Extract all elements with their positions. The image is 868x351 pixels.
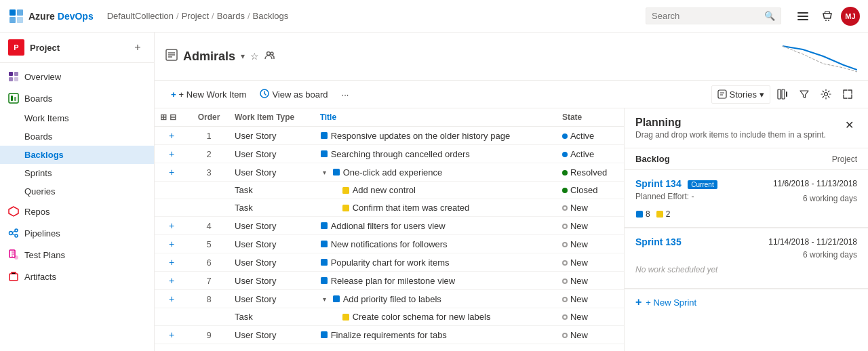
stories-label: Stories bbox=[730, 89, 757, 100]
boards-section-icon bbox=[8, 93, 19, 104]
sprint-135-meta: 6 working days bbox=[635, 250, 857, 260]
title-star-icon[interactable]: ☆ bbox=[250, 51, 259, 62]
add-child-button[interactable]: + bbox=[169, 148, 174, 159]
collapse-icon[interactable]: ▾ bbox=[320, 167, 330, 177]
sprint-134-name[interactable]: Sprint 134 bbox=[635, 178, 682, 189]
breadcrumb-project[interactable]: Project bbox=[182, 11, 209, 21]
svg-rect-40 bbox=[333, 169, 340, 176]
page-header: Admirals ▾ ☆ bbox=[155, 33, 868, 81]
more-icon: ··· bbox=[342, 89, 349, 100]
title-text[interactable]: Add new control bbox=[353, 185, 416, 195]
col-order: 8 bbox=[189, 290, 229, 308]
col-type: User Story bbox=[229, 127, 315, 145]
sidebar-section-boards[interactable]: Boards bbox=[0, 87, 154, 109]
sidebar-item-pipelines[interactable]: Pipelines bbox=[0, 222, 154, 244]
sprint-135-name[interactable]: Sprint 135 bbox=[635, 236, 682, 247]
add-child-button[interactable]: + bbox=[169, 329, 174, 340]
sprint-134-meta: Planned Effort: - 6 working days bbox=[635, 192, 857, 205]
more-options-button[interactable]: ··· bbox=[336, 86, 355, 103]
title-text[interactable]: One-click add experience bbox=[343, 167, 443, 178]
svg-rect-50 bbox=[636, 211, 643, 218]
svg-rect-1 bbox=[17, 9, 23, 16]
col-order: 5 bbox=[189, 235, 229, 253]
sprint-134-dates: 11/6/2018 - 11/13/2018 bbox=[773, 179, 857, 188]
state-dot bbox=[562, 170, 568, 176]
table-row: + 6 User Story Popularity chart for work… bbox=[155, 253, 624, 272]
col-state: New bbox=[557, 326, 624, 344]
sidebar: P Project + Overview Boards Work Items bbox=[0, 33, 155, 351]
state-dot bbox=[562, 333, 568, 338]
settings-button[interactable] bbox=[816, 85, 835, 104]
col-controls bbox=[155, 308, 189, 326]
artifacts-label: Artifacts bbox=[24, 272, 56, 282]
new-sprint-button[interactable]: + + New Sprint bbox=[625, 289, 868, 315]
collapse-icon[interactable]: ▾ bbox=[320, 294, 330, 304]
col-state: New bbox=[557, 217, 624, 235]
sprint-134-items: 8 2 bbox=[635, 209, 857, 219]
title-text[interactable]: Add priority filed to labels bbox=[343, 294, 441, 304]
view-options-button[interactable] bbox=[773, 85, 792, 104]
breadcrumb-boards[interactable]: Boards bbox=[217, 11, 245, 21]
pipelines-label: Pipelines bbox=[24, 228, 60, 239]
svg-point-8 bbox=[828, 20, 829, 21]
title-text[interactable]: Searching through cancelled orders bbox=[331, 149, 470, 159]
sidebar-item-boards[interactable]: Boards bbox=[0, 127, 154, 146]
col-title: Confirm that item was created bbox=[315, 199, 557, 217]
add-child-button[interactable]: + bbox=[169, 167, 174, 178]
sidebar-item-backlogs[interactable]: Backlogs bbox=[0, 146, 154, 164]
search-icon: 🔍 bbox=[764, 11, 775, 21]
title-text[interactable]: Addional filters for users view bbox=[331, 221, 446, 231]
sidebar-item-testplans[interactable]: Test Plans bbox=[0, 244, 154, 266]
project-add-button[interactable]: + bbox=[130, 39, 146, 56]
overview-icon bbox=[8, 71, 19, 82]
col-state: New bbox=[557, 272, 624, 290]
svg-rect-4 bbox=[797, 12, 808, 14]
col-controls bbox=[155, 182, 189, 199]
svg-rect-10 bbox=[14, 72, 18, 76]
nav-settings-icon[interactable] bbox=[792, 5, 814, 27]
search-input[interactable] bbox=[652, 11, 760, 21]
title-text[interactable]: New notifications for followers bbox=[331, 239, 448, 249]
sidebar-item-workitems[interactable]: Work Items bbox=[0, 109, 154, 127]
expand-button[interactable] bbox=[838, 85, 857, 104]
nav-basket-icon[interactable] bbox=[816, 5, 838, 27]
expand-all-icon[interactable]: ⊞ bbox=[160, 112, 167, 122]
search-box[interactable]: 🔍 bbox=[646, 7, 781, 24]
breadcrumb-collection[interactable]: DefaultCollection bbox=[107, 11, 174, 21]
table-row: + 2 User Story Searching through cancell… bbox=[155, 145, 624, 163]
col-type: User Story bbox=[229, 326, 315, 344]
sidebar-item-sprints[interactable]: Sprints bbox=[0, 164, 154, 182]
title-text[interactable]: Responsive updates on the older history … bbox=[331, 131, 511, 141]
title-text[interactable]: Create color schema for new labels bbox=[353, 312, 491, 322]
table-header-row: ⊞ ⊟ Order Work Item Type Title State bbox=[155, 108, 624, 127]
col-expand-header: ⊞ ⊟ bbox=[155, 108, 189, 127]
add-child-button[interactable]: + bbox=[169, 220, 174, 231]
toolbar: + + New Work Item View as board ··· Stor… bbox=[155, 81, 868, 108]
title-text[interactable]: Confirm that item was created bbox=[353, 203, 470, 213]
svg-line-19 bbox=[13, 231, 16, 232]
svg-rect-44 bbox=[321, 241, 328, 247]
sidebar-item-overview[interactable]: Overview bbox=[0, 66, 154, 87]
svg-rect-46 bbox=[321, 277, 328, 284]
stories-filter-button[interactable]: Stories ▾ bbox=[711, 85, 770, 104]
user-avatar[interactable]: MJ bbox=[841, 7, 860, 26]
planning-close-button[interactable]: ✕ bbox=[841, 117, 857, 133]
add-child-button[interactable]: + bbox=[169, 239, 174, 249]
sidebar-item-repos[interactable]: Repos bbox=[0, 201, 154, 222]
sidebar-item-artifacts[interactable]: Artifacts bbox=[0, 266, 154, 287]
task-icon bbox=[342, 204, 350, 212]
title-team-icon[interactable] bbox=[264, 50, 275, 63]
title-chevron-icon[interactable]: ▾ bbox=[241, 51, 245, 61]
sidebar-item-queries[interactable]: Queries bbox=[0, 182, 154, 201]
add-child-button[interactable]: + bbox=[169, 275, 174, 286]
filter-button[interactable] bbox=[795, 85, 814, 104]
add-child-button[interactable]: + bbox=[169, 130, 174, 141]
title-text[interactable]: Release plan for milestone view bbox=[331, 276, 456, 286]
new-work-item-button[interactable]: + + New Work Item bbox=[165, 86, 252, 103]
view-as-board-button[interactable]: View as board bbox=[254, 85, 333, 104]
title-text[interactable]: Finalize requirements for tabs bbox=[331, 330, 447, 340]
title-text[interactable]: Popularity chart for work items bbox=[331, 257, 450, 268]
add-child-button[interactable]: + bbox=[169, 257, 174, 268]
add-child-button[interactable]: + bbox=[169, 293, 174, 304]
collapse-all-icon[interactable]: ⊟ bbox=[170, 112, 176, 122]
